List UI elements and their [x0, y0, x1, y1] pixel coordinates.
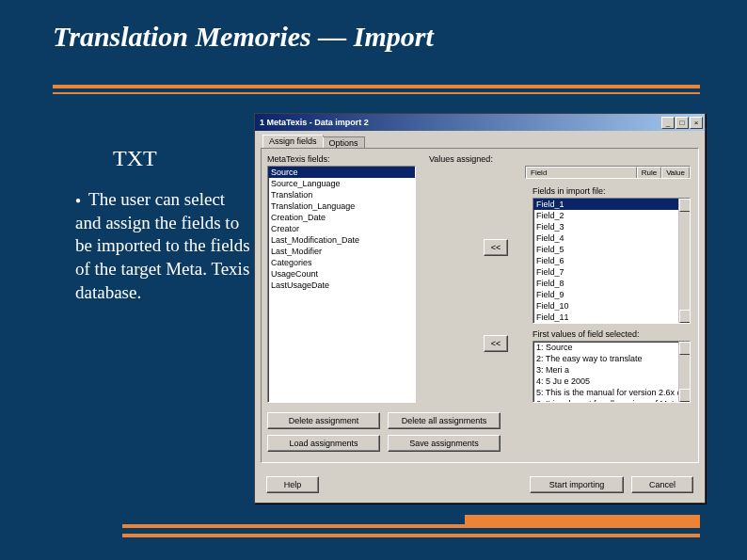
list-item[interactable]: Source — [268, 167, 415, 178]
tab-assign-fields[interactable]: Assign fields — [262, 135, 324, 149]
slide-bullet: The user can select and assign the field… — [75, 188, 254, 304]
list-item[interactable]: Field_10 — [533, 300, 690, 312]
list-item[interactable]: LastUsageDate — [268, 280, 415, 291]
col-rule: Rule — [637, 167, 661, 179]
maximize-button[interactable]: □ — [675, 117, 689, 129]
divider — [53, 85, 700, 88]
close-button[interactable]: × — [690, 117, 703, 129]
help-button[interactable]: Help — [266, 476, 319, 493]
list-item[interactable]: 1: Source — [533, 342, 690, 353]
label-first-values: First values of field selected: — [532, 329, 640, 339]
list-item[interactable]: 3: Meri a — [533, 364, 690, 376]
label-values-assigned: Values assigned: — [429, 154, 493, 164]
list-item[interactable]: UsageCount — [268, 268, 415, 280]
metatexis-fields-list[interactable]: SourceSource_LanguageTranslationTranslat… — [267, 166, 416, 403]
scrollbar[interactable] — [678, 342, 690, 402]
tab-panel: MetaTexis fields: Values assigned: Sourc… — [261, 148, 699, 463]
list-item[interactable]: Field_5 — [533, 244, 690, 255]
list-item[interactable]: Categories — [268, 257, 415, 268]
list-item[interactable]: Field_1 — [533, 199, 690, 210]
label-metatexis-fields: MetaTexis fields: — [267, 154, 330, 164]
list-item[interactable]: 6: It is relevant for all versions of Me… — [533, 398, 690, 403]
assign-left-button-2[interactable]: << — [484, 335, 508, 352]
list-item[interactable]: Field_7 — [533, 266, 690, 278]
list-item[interactable]: Creation_Date — [268, 212, 415, 223]
list-item[interactable]: Translation_Language — [268, 200, 415, 212]
load-assignments-button[interactable]: Load assignments — [267, 435, 380, 452]
import-fields-list[interactable]: Field_1Field_2Field_3Field_4Field_5Field… — [532, 198, 691, 324]
list-item[interactable]: Field_8 — [533, 278, 690, 289]
list-item[interactable]: Field_6 — [533, 255, 690, 266]
col-value: Value — [661, 167, 690, 179]
save-assignments-button[interactable]: Save assignments — [388, 435, 501, 452]
start-importing-button[interactable]: Start importing — [530, 476, 624, 493]
delete-assignment-button[interactable]: Delete assignment — [267, 412, 380, 429]
footer-accent — [465, 515, 700, 528]
delete-all-assignments-button[interactable]: Delete all assignments — [388, 412, 501, 429]
titlebar[interactable]: 1 MetaTexis - Data import 2 _ □ × — [255, 114, 705, 131]
assigned-values-header: Field Rule Value — [525, 166, 691, 179]
list-item[interactable]: Field_3 — [533, 221, 690, 232]
cancel-button[interactable]: Cancel — [631, 476, 693, 493]
list-item[interactable]: Last_Modifier — [268, 246, 415, 257]
list-item[interactable]: 5: This is the manual for version 2.6x o… — [533, 387, 690, 398]
slide-body: TXT The user can select and assign the f… — [75, 146, 254, 304]
dialog-window: 1 MetaTexis - Data import 2 _ □ × Assign… — [254, 113, 706, 504]
slide-subtitle: TXT — [113, 146, 254, 171]
col-field: Field — [526, 167, 637, 179]
list-item[interactable]: Field_2 — [533, 210, 690, 221]
divider — [53, 92, 700, 94]
list-item[interactable]: Field_11 — [533, 312, 690, 323]
list-item[interactable]: 2: The easy way to translate — [533, 353, 690, 364]
minimize-button[interactable]: _ — [661, 117, 675, 129]
first-values-list[interactable]: 1: Source2: The easy way to translate3: … — [532, 341, 691, 403]
list-item[interactable]: Last_Modification_Date — [268, 234, 415, 246]
assign-left-button[interactable]: << — [484, 239, 508, 256]
list-item[interactable]: 4: 5 Ju e 2005 — [533, 376, 690, 387]
scrollbar[interactable] — [678, 199, 690, 323]
list-item[interactable]: Field_9 — [533, 289, 690, 300]
footer-divider — [122, 534, 700, 537]
list-item[interactable]: Field_4 — [533, 232, 690, 244]
label-fields-in-import: Fields in import file: — [532, 186, 606, 196]
list-item[interactable]: Translation — [268, 189, 415, 200]
list-item[interactable]: Creator — [268, 223, 415, 234]
window-title: 1 MetaTexis - Data import 2 — [257, 118, 660, 127]
slide-title: Translation Memories — Import — [0, 0, 747, 58]
list-item[interactable]: Source_Language — [268, 178, 415, 189]
